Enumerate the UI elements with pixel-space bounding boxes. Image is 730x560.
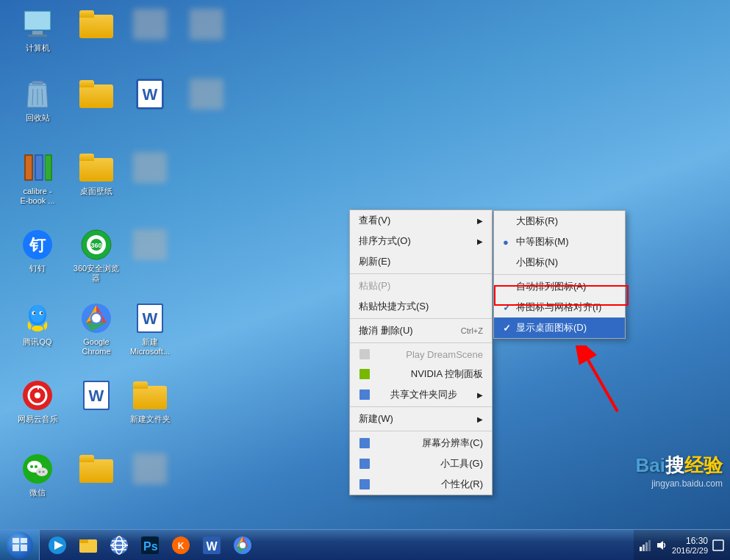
- svg-text:360: 360: [90, 242, 101, 249]
- svg-rect-60: [12, 545, 19, 551]
- desktop-icon-chrome[interactable]: GoogleChrome: [70, 298, 123, 359]
- align-grid-item[interactable]: ✓ 将图标与网格对齐(I): [494, 297, 625, 317]
- svg-rect-1: [25, 12, 50, 29]
- desktop-icon-recycle[interactable]: 回收站: [11, 73, 64, 126]
- view-label: 查看(V): [359, 214, 390, 227]
- auto-arrange-item[interactable]: 自动排列图标(A): [494, 276, 625, 297]
- svg-rect-3: [28, 35, 47, 37]
- desktop-icon-folder2[interactable]: [70, 73, 123, 116]
- svg-rect-61: [21, 545, 27, 551]
- submenu-sep1: [494, 274, 625, 275]
- wechat-label: 微信: [29, 488, 46, 498]
- context-menu-paste-shortcut[interactable]: 粘贴快捷方式(S): [350, 296, 492, 317]
- svg-rect-56: [359, 479, 370, 489]
- start-button[interactable]: [0, 530, 40, 561]
- taskbar-media-icon[interactable]: [43, 531, 72, 559]
- context-menu-resolution[interactable]: 屏幕分辨率(C): [350, 433, 492, 453]
- svg-rect-2: [32, 31, 43, 35]
- taskbar-date: 2016/2/29: [672, 546, 708, 555]
- desktop-icon-netease[interactable]: 网易云音乐: [11, 375, 64, 427]
- chrome-label: GoogleChrome: [82, 337, 110, 356]
- watermark-sub: jingyan.baidu.com: [636, 478, 723, 489]
- context-menu-paste[interactable]: 粘贴(P): [350, 276, 492, 296]
- taskbar-kingoroot-icon[interactable]: K: [166, 531, 196, 559]
- desktop-icon-new-ms[interactable]: W 新建Microsoft...: [124, 298, 176, 359]
- taskbar: Ps K W: [0, 529, 730, 560]
- desktop-icon-word2[interactable]: W: [70, 375, 123, 417]
- medium-icon-item[interactable]: ● 中等图标(M): [494, 231, 625, 252]
- desktop-icon-calibre[interactable]: calibre -E-book ...: [11, 147, 64, 209]
- svg-rect-55: [359, 459, 370, 469]
- desktop-icon-folder1[interactable]: [70, 4, 123, 46]
- svg-rect-51: [359, 349, 370, 359]
- desktop-icon-blurred3[interactable]: [180, 73, 233, 116]
- desktop-icon-blurred6[interactable]: [124, 448, 176, 491]
- svg-rect-83: [640, 547, 642, 551]
- personalize-icon: [359, 478, 371, 490]
- computer-label: 计算机: [26, 43, 50, 53]
- svg-text:W: W: [89, 387, 104, 405]
- recycle-label: 回收站: [26, 113, 50, 123]
- taskbar-ps-icon[interactable]: Ps: [135, 531, 165, 559]
- svg-rect-84: [643, 545, 645, 551]
- share-icon: [359, 389, 371, 401]
- desktop-icon-wallpaper[interactable]: 桌面壁纸: [70, 147, 123, 199]
- svg-point-30: [32, 326, 43, 331]
- taskbar-time: 16:30: [686, 536, 708, 546]
- context-menu-share-sync[interactable]: 共享文件夹同步 ▶: [350, 384, 492, 405]
- desktop-icon-wechat[interactable]: 微信: [11, 448, 64, 500]
- taskbar-tray: 16:30 2016/2/29: [634, 530, 730, 561]
- desktop-icon-computer[interactable]: 计算机: [11, 4, 64, 56]
- large-icon-item[interactable]: 大图标(R): [494, 211, 625, 231]
- svg-text:K: K: [178, 541, 185, 551]
- svg-point-34: [92, 314, 101, 323]
- desktop-icon-folder3[interactable]: [70, 448, 123, 491]
- watermark: Bai搜经验 jingyan.baidu.com: [636, 453, 723, 489]
- svg-point-82: [240, 542, 246, 548]
- svg-line-58: [588, 360, 618, 412]
- desktop-icon-new-folder[interactable]: 新建文件夹: [124, 375, 176, 427]
- tray-show-desktop-icon[interactable]: [712, 539, 724, 551]
- svg-rect-52: [359, 369, 370, 379]
- desktop-icon-blurred2[interactable]: [180, 4, 233, 46]
- context-menu-refresh[interactable]: 刷新(E): [350, 251, 492, 272]
- context-menu-sort[interactable]: 排序方式(O) ▶: [350, 231, 492, 251]
- context-menu-new[interactable]: 新建(W) ▶: [350, 409, 492, 429]
- show-desktop-icons-item[interactable]: ✓ 显示桌面图标(D): [494, 317, 625, 338]
- desktop-icon-blurred1[interactable]: [124, 4, 176, 46]
- context-menu-personalize[interactable]: 个性化(R): [350, 474, 492, 495]
- sep3: [350, 342, 492, 343]
- desktop-icon-dingtalk[interactable]: 钉 钉钉: [11, 224, 64, 276]
- dingtalk-label: 钉钉: [29, 264, 46, 273]
- dreamscene-icon: [359, 348, 371, 360]
- svg-rect-15: [36, 156, 42, 179]
- svg-text:Ps: Ps: [143, 540, 158, 553]
- svg-rect-85: [645, 542, 648, 551]
- wallpaper-label: 桌面壁纸: [80, 187, 112, 196]
- svg-point-46: [30, 465, 33, 468]
- context-menu-view[interactable]: 查看(V) ▶ 大图标(R) ● 中等图标(M) 小图标(N): [350, 210, 492, 231]
- svg-rect-13: [26, 156, 32, 179]
- taskbar-explorer-icon[interactable]: [74, 531, 103, 559]
- small-icon-item[interactable]: 小图标(N): [494, 252, 625, 273]
- context-menu-undo[interactable]: 撤消 删除(U) Ctrl+Z: [350, 320, 492, 341]
- taskbar-chrome-icon[interactable]: [228, 531, 257, 559]
- desktop-icon-blurred4[interactable]: [124, 147, 176, 190]
- nvidia-icon: [359, 368, 371, 380]
- calibre-label: calibre -E-book ...: [20, 187, 54, 206]
- svg-rect-8: [32, 81, 43, 84]
- taskbar-network-icon[interactable]: [104, 531, 134, 559]
- view-arrow: ▶: [477, 217, 483, 225]
- view-submenu: 大图标(R) ● 中等图标(M) 小图标(N) 自动排列图标(A) ✓: [493, 210, 626, 339]
- desktop-icon-word1[interactable]: W: [124, 73, 176, 116]
- context-menu-dreamscene[interactable]: Play DreamScene: [350, 345, 492, 364]
- desktop-icon-blurred5[interactable]: [124, 224, 176, 267]
- desktop-icon-360[interactable]: 360 360安全浏览器: [70, 224, 123, 286]
- svg-point-28: [34, 312, 36, 315]
- context-menu-nvidia[interactable]: NVIDIA 控制面板: [350, 364, 492, 384]
- taskbar-word-icon[interactable]: W: [197, 531, 226, 559]
- desktop-icon-qq[interactable]: 腾讯QQ: [11, 298, 64, 350]
- svg-rect-86: [648, 540, 651, 551]
- context-menu-gadgets[interactable]: 小工具(G): [350, 453, 492, 474]
- svg-point-40: [35, 392, 40, 398]
